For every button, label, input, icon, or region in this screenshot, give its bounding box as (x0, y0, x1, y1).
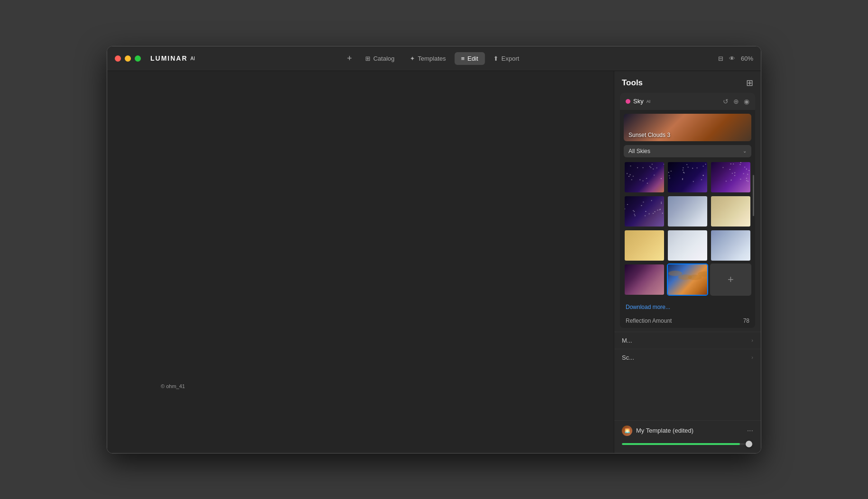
template-slider-thumb[interactable] (746, 441, 752, 447)
logo-ai-badge: AI (191, 56, 195, 61)
reflection-label: Reflection Amount (626, 318, 672, 324)
chevron-right-icon-sc: › (751, 354, 753, 360)
sky-preview-label: Sunset Clouds 3 (628, 132, 670, 138)
add-sky-button[interactable]: + (710, 263, 751, 296)
sky-thumb-7[interactable] (624, 229, 665, 262)
scroll-indicator (752, 161, 755, 299)
sky-grid: + (620, 161, 755, 299)
traffic-lights (115, 55, 141, 62)
template-slider[interactable] (622, 440, 753, 448)
scroll-track (753, 175, 754, 217)
template-slider-fill (622, 443, 740, 445)
sky-dropdown[interactable]: All Skies ⌄ (624, 145, 751, 157)
sky-thumb-6[interactable] (710, 195, 751, 227)
sky-text: Sky (633, 98, 644, 105)
sky-ai-badge: AI (646, 99, 651, 104)
zoom-level: 60% (741, 55, 753, 62)
app-logo: LUMINARAI (150, 54, 195, 62)
sky-dropdown-label: All Skies (628, 148, 650, 154)
template-info: 🌅 My Template (edited) (622, 426, 693, 436)
app-window: LUMINARAI + ⊞ Catalog ✦ Templates ≡ Edit… (107, 46, 761, 454)
catalog-label: Catalog (373, 55, 395, 62)
chevron-right-icon-m: › (751, 337, 753, 343)
template-row: 🌅 My Template (edited) ··· (622, 426, 753, 436)
templates-label: Templates (418, 55, 446, 62)
sky-thumb-11[interactable] (667, 263, 708, 296)
sky-header: Sky AI ↺ ⊕ ◉ (620, 93, 755, 110)
sky-thumb-10[interactable] (624, 263, 665, 296)
sky-thumb-1[interactable] (624, 161, 665, 193)
sky-thumb-5[interactable] (667, 195, 708, 227)
photo-area: © ohm_41 (107, 71, 614, 453)
sky-thumb-9[interactable] (710, 229, 751, 262)
panel-header: Tools ⊞ (614, 71, 761, 93)
template-menu-button[interactable]: ··· (747, 426, 753, 435)
filter-button[interactable]: ⊞ (746, 78, 753, 88)
edit-icon: ≡ (461, 55, 465, 62)
chevron-down-icon: ⌄ (743, 148, 747, 154)
collapsible-m[interactable]: M... › (614, 332, 761, 349)
minimize-button[interactable] (125, 55, 131, 62)
logo-text: LUMINAR (150, 54, 188, 62)
nav-templates[interactable]: ✦ Templates (403, 52, 452, 65)
collapsible-m-label: M... (622, 337, 632, 344)
nav-center: + ⊞ Catalog ✦ Templates ≡ Edit ⬆ Export (342, 52, 526, 65)
nav-catalog[interactable]: ⊞ Catalog (359, 52, 401, 65)
sky-thumb-8[interactable] (667, 229, 708, 262)
panel-title: Tools (622, 78, 643, 88)
view-toggle-button[interactable]: ⊟ (718, 55, 723, 62)
photo-watermark: © ohm_41 (161, 383, 185, 389)
nav-export[interactable]: ⬆ Export (487, 52, 526, 65)
edit-label: Edit (468, 55, 478, 62)
titlebar: LUMINARAI + ⊞ Catalog ✦ Templates ≡ Edit… (107, 46, 761, 71)
sky-section: Sky AI ↺ ⊕ ◉ Sunset Clouds 3 All Skies (620, 93, 755, 328)
template-avatar: 🌅 (622, 426, 632, 436)
download-more-section: Download more... (620, 299, 755, 316)
sky-thumb-2[interactable] (667, 161, 708, 193)
download-more-button[interactable]: Download more... (626, 304, 670, 310)
bottom-bar: 🌅 My Template (edited) ··· (614, 420, 761, 453)
collapsible-sc[interactable]: Sc... › (614, 349, 761, 366)
export-label: Export (501, 55, 519, 62)
toggle-button[interactable]: ◉ (744, 98, 749, 105)
sky-label: Sky AI (626, 98, 650, 105)
maximize-button[interactable] (135, 55, 141, 62)
sky-thumb-4[interactable] (624, 195, 665, 227)
collapsible-sc-label: Sc... (622, 354, 634, 361)
sky-header-icons: ↺ ⊕ ◉ (723, 98, 749, 105)
photo-canvas (154, 129, 567, 395)
reflection-row: Reflection Amount 78 (620, 316, 755, 328)
catalog-icon: ⊞ (365, 55, 370, 62)
undo-button[interactable]: ↺ (723, 98, 729, 105)
reset-button[interactable]: ⊕ (733, 98, 739, 105)
templates-icon: ✦ (410, 55, 415, 62)
close-button[interactable] (115, 55, 121, 62)
reflection-value: 78 (743, 318, 749, 324)
sky-thumb-3[interactable] (710, 161, 751, 193)
sky-preview[interactable]: Sunset Clouds 3 (624, 114, 751, 141)
right-panel: Tools ⊞ ✏️ 🕐 Sky AI ↺ ⊕ (614, 71, 761, 453)
main-content: © ohm_41 Tools ⊞ ✏️ 🕐 Sky AI (107, 71, 761, 453)
export-icon: ⬆ (493, 55, 499, 62)
sky-dot (626, 99, 630, 104)
nav-right: ⊟ 👁 60% (718, 55, 753, 62)
photo-container: © ohm_41 (154, 129, 567, 395)
template-name: My Template (edited) (636, 427, 693, 434)
add-button[interactable]: + (342, 52, 357, 65)
preview-button[interactable]: 👁 (729, 55, 735, 62)
template-slider-track (622, 443, 753, 445)
nav-edit[interactable]: ≡ Edit (454, 52, 485, 65)
